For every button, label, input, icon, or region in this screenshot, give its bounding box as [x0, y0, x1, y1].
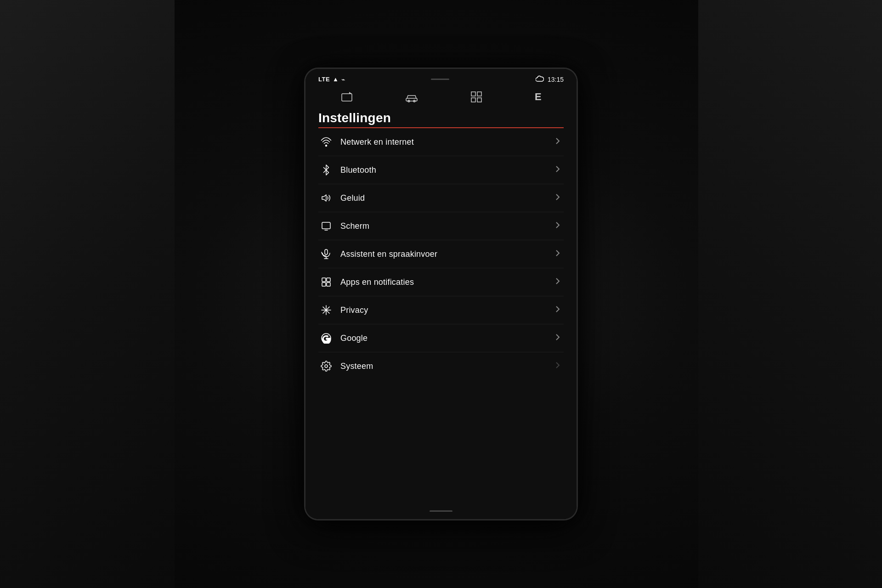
- display-label: Scherm: [340, 221, 369, 231]
- svg-rect-15: [322, 278, 326, 282]
- privacy-chevron: [554, 305, 562, 315]
- settings-content: Instellingen Netwer: [305, 111, 577, 507]
- item-left-system: Systeem: [320, 361, 373, 372]
- item-left-sound: Geluid: [320, 192, 365, 204]
- right-interior-panel: [698, 0, 882, 588]
- assistant-icon: [320, 249, 332, 260]
- svg-rect-8: [477, 98, 481, 102]
- status-bar: LTE ▲ ⌁ 13:15: [305, 69, 577, 87]
- car-screen: LTE ▲ ⌁ 13:15: [305, 69, 577, 519]
- svg-rect-6: [477, 92, 481, 96]
- apps-label: Apps en notificaties: [340, 277, 414, 287]
- settings-item-display[interactable]: Scherm: [318, 212, 564, 240]
- nav-energy-button[interactable]: E: [535, 91, 542, 103]
- scroll-indicator: [305, 507, 577, 519]
- lte-indicator: LTE: [318, 76, 330, 83]
- top-handle: [431, 79, 449, 80]
- svg-point-24: [325, 365, 328, 368]
- nav-bar: E: [305, 87, 577, 111]
- item-left-bluetooth: Bluetooth: [320, 164, 376, 175]
- svg-rect-7: [471, 98, 475, 102]
- clock: 13:15: [548, 76, 564, 83]
- status-left: LTE ▲ ⌁: [318, 76, 345, 83]
- settings-list: Netwerk en internet Bluetooth: [318, 128, 564, 380]
- nav-camera-button[interactable]: [340, 90, 353, 103]
- settings-item-privacy[interactable]: Privacy: [318, 296, 564, 324]
- scroll-bar: [430, 510, 452, 512]
- nav-apps-button[interactable]: [470, 90, 483, 103]
- item-left-assistant: Assistent en spraakinvoer: [320, 249, 437, 260]
- system-label: Systeem: [340, 362, 373, 371]
- settings-item-google[interactable]: Google: [318, 324, 564, 352]
- svg-rect-18: [327, 283, 330, 286]
- left-interior-panel: [0, 0, 175, 588]
- sound-label: Geluid: [340, 193, 365, 203]
- settings-item-network[interactable]: Netwerk en internet: [318, 128, 564, 156]
- bluetooth-icon: [320, 164, 332, 175]
- item-left-display: Scherm: [320, 220, 369, 232]
- item-left-google: Google: [320, 333, 368, 344]
- nav-car-button[interactable]: [405, 90, 418, 103]
- item-left-network: Netwerk en internet: [320, 136, 414, 147]
- assistant-label: Assistent en spraakinvoer: [340, 249, 437, 259]
- cloud-icon: [536, 75, 544, 83]
- page-title: Instellingen: [318, 111, 564, 125]
- svg-rect-17: [322, 283, 326, 286]
- screen-content: LTE ▲ ⌁ 13:15: [305, 69, 577, 519]
- energy-label: E: [535, 91, 542, 103]
- bluetooth-label: Bluetooth: [340, 165, 376, 175]
- google-label: Google: [340, 334, 368, 343]
- item-left-apps: Apps en notificaties: [320, 277, 414, 288]
- svg-marker-10: [322, 195, 326, 201]
- svg-marker-1: [349, 92, 352, 94]
- svg-point-9: [326, 145, 327, 147]
- display-chevron: [554, 221, 562, 231]
- system-chevron: [554, 361, 562, 371]
- nav-arrow-icon: ⌁: [341, 76, 345, 83]
- volume-icon: [320, 192, 332, 204]
- google-icon: [320, 333, 332, 344]
- privacy-label: Privacy: [340, 305, 368, 315]
- svg-rect-5: [471, 92, 475, 96]
- status-right: 13:15: [536, 75, 564, 83]
- apps-notif-icon: [320, 277, 332, 288]
- assistant-chevron: [554, 249, 562, 259]
- item-left-privacy: Privacy: [320, 305, 368, 316]
- privacy-icon: [320, 305, 332, 316]
- svg-rect-11: [322, 222, 330, 229]
- settings-item-assistant[interactable]: Assistent en spraakinvoer: [318, 240, 564, 268]
- network-chevron: [554, 137, 562, 147]
- system-icon: [320, 361, 332, 372]
- svg-rect-16: [327, 278, 330, 282]
- bluetooth-chevron: [554, 165, 562, 175]
- signal-icon: ▲: [333, 76, 339, 83]
- settings-item-bluetooth[interactable]: Bluetooth: [318, 156, 564, 184]
- sound-chevron: [554, 193, 562, 203]
- settings-item-apps[interactable]: Apps en notificaties: [318, 268, 564, 296]
- apps-chevron: [554, 277, 562, 287]
- svg-rect-0: [342, 94, 352, 101]
- google-chevron: [554, 333, 562, 343]
- wifi-icon: [320, 136, 332, 147]
- settings-item-system[interactable]: Systeem: [318, 352, 564, 380]
- display-icon: [320, 220, 332, 232]
- network-label: Netwerk en internet: [340, 137, 414, 147]
- settings-item-sound[interactable]: Geluid: [318, 184, 564, 212]
